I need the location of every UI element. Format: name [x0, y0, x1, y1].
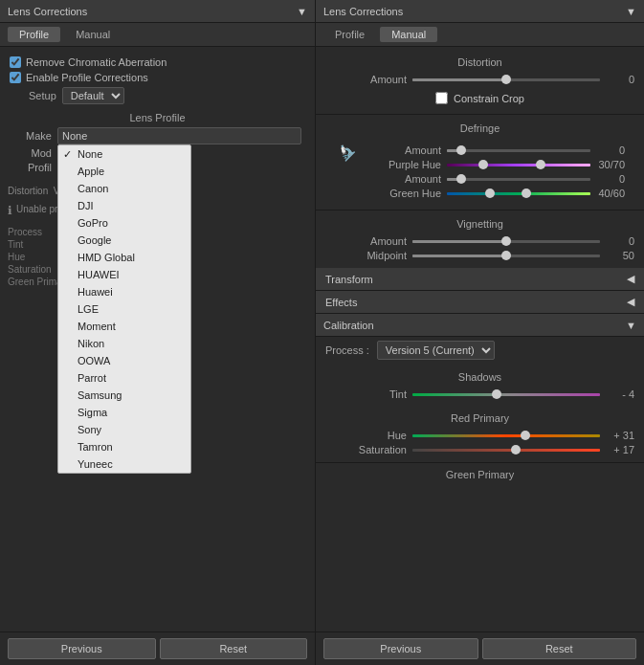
dropdown-item-apple[interactable]: Apple — [58, 163, 190, 180]
defringe-sliders: Amount 0 Purple Hue — [360, 142, 625, 202]
left-previous-button[interactable]: Previous — [8, 638, 156, 659]
dropdown-item-yuneec[interactable]: Yuneec — [58, 455, 190, 473]
shadows-tint-label: Tint — [325, 388, 407, 400]
defringe-layout: 🔬 Amount 0 — [325, 140, 634, 206]
defringe-eyedropper-icon: 🔬 — [335, 142, 354, 161]
dropdown-item-parrot[interactable]: Parrot — [58, 369, 190, 387]
red-saturation-slider[interactable] — [412, 449, 600, 452]
vignetting-section: Vignetting Amount 0 Midpoint — [316, 210, 644, 268]
left-reset-button[interactable]: Reset — [160, 638, 308, 659]
dropdown-item-hmd[interactable]: HMD Global — [58, 249, 190, 266]
process-select[interactable]: Version 5 (Current) — [377, 341, 495, 360]
right-tab-row: Profile Manual — [316, 23, 644, 47]
make-select-wrapper: None None Apple Canon DJI GoPro Google H… — [57, 127, 301, 144]
purple-hue-value: 30/70 — [596, 159, 625, 170]
dropdown-item-huawei[interactable]: Huawei — [58, 283, 190, 300]
right-panel: Lens Corrections ▼ Profile Manual Distor… — [316, 0, 644, 665]
red-hue-slider[interactable] — [412, 434, 600, 437]
dropdown-item-oowa[interactable]: OOWA — [58, 352, 190, 369]
red-primary-title: Red Primary — [325, 412, 634, 424]
vignetting-midpoint-label: Midpoint — [325, 250, 407, 261]
defringe-amount1-slider[interactable] — [447, 149, 590, 152]
red-primary-section: Red Primary Hue + 31 Saturation + 17 — [316, 407, 644, 462]
lens-profile-header: Lens Profile — [10, 112, 305, 123]
green-hue-row: Green Hue 40/60 — [360, 188, 625, 199]
defringe-amount1-label: Amount — [360, 144, 441, 156]
right-tab-profile[interactable]: Profile — [323, 27, 376, 42]
dropdown-item-nikon[interactable]: Nikon — [58, 335, 190, 352]
defringe-amount2-slider[interactable] — [447, 178, 590, 181]
dropdown-item-moment[interactable]: Moment — [58, 318, 190, 335]
left-bottom-buttons: Previous Reset — [0, 632, 315, 665]
effects-title: Effects — [325, 297, 357, 308]
dropdown-item-tamron[interactable]: Tamron — [58, 438, 190, 455]
constrain-crop-checkbox[interactable] — [435, 92, 448, 104]
right-scrollable: Distortion Amount 0 Constrain Crop Defri… — [316, 47, 644, 632]
remove-chromatic-row: Remove Chromatic Aberration — [10, 56, 305, 68]
dropdown-item-dji[interactable]: DJI — [58, 197, 190, 214]
shadows-section: Shadows Tint - 4 — [316, 364, 644, 407]
right-reset-button[interactable]: Reset — [482, 638, 637, 659]
dropdown-item-samsung[interactable]: Samsung — [58, 387, 190, 404]
make-row: Make None None Apple Canon DJI GoPro Goo… — [10, 127, 305, 144]
green-hue-value: 40/60 — [596, 188, 625, 199]
right-previous-button[interactable]: Previous — [323, 638, 478, 659]
dropdown-item-google[interactable]: Google — [58, 232, 190, 249]
transform-section-header: Transform ◀ — [316, 268, 644, 291]
dropdown-item-canon[interactable]: Canon — [58, 180, 190, 197]
red-hue-label: Hue — [325, 430, 407, 441]
process-label: Process : — [325, 344, 369, 356]
vignetting-amount-slider[interactable] — [412, 240, 600, 243]
defringe-section: Defringe 🔬 Amount 0 — [316, 114, 644, 210]
right-bottom-buttons: Previous Reset — [316, 632, 644, 665]
purple-hue-row: Purple Hue 30/70 — [360, 159, 625, 170]
green-hue-slider[interactable] — [447, 192, 590, 195]
right-panel-title: Lens Corrections — [323, 6, 403, 17]
red-saturation-label: Saturation — [325, 444, 407, 455]
remove-chromatic-checkbox[interactable] — [10, 56, 21, 68]
distortion-amount-label: Amount — [325, 74, 407, 85]
defringe-title: Defringe — [325, 122, 634, 134]
left-profile-section: Remove Chromatic Aberration Enable Profi… — [0, 47, 315, 182]
dropdown-item-lge[interactable]: LGE — [58, 300, 190, 318]
left-tab-row: Profile Manual — [0, 23, 315, 47]
setup-label: Setup — [29, 90, 56, 101]
remove-chromatic-label: Remove Chromatic Aberration — [26, 56, 167, 68]
dropdown-item-huawei-caps[interactable]: HUAWEI — [58, 266, 190, 283]
purple-hue-slider[interactable] — [447, 164, 590, 166]
constrain-crop-label: Constrain Crop — [454, 93, 524, 104]
dropdown-item-sony[interactable]: Sony — [58, 421, 190, 438]
setup-select[interactable]: Default — [62, 87, 124, 104]
effects-section-header: Effects ◀ — [316, 291, 644, 314]
make-select[interactable]: None — [57, 127, 301, 144]
defringe-amount1-value: 0 — [596, 144, 625, 156]
shadows-tint-value: - 4 — [606, 388, 634, 400]
enable-profile-checkbox[interactable] — [10, 72, 21, 83]
profile-label: Profil — [13, 162, 52, 173]
right-panel-arrow: ▼ — [626, 6, 636, 17]
green-hue-label: Green Hue — [360, 188, 441, 199]
red-saturation-value: + 17 — [606, 444, 634, 455]
vignetting-midpoint-row: Midpoint 50 — [325, 250, 634, 261]
model-label: Mod — [13, 147, 52, 159]
shadows-tint-slider[interactable] — [412, 393, 600, 396]
left-panel: Lens Corrections ▼ Profile Manual Remove… — [0, 0, 316, 665]
make-label: Make — [13, 130, 52, 142]
right-tab-manual[interactable]: Manual — [380, 27, 437, 42]
vignetting-midpoint-slider[interactable] — [412, 255, 600, 257]
left-panel-title: Lens Corrections — [8, 6, 87, 17]
distortion-amount-slider[interactable] — [412, 78, 600, 81]
left-tab-profile[interactable]: Profile — [8, 27, 60, 42]
effects-arrow: ◀ — [627, 296, 634, 308]
distortion-title: Distortion — [325, 56, 634, 68]
dropdown-item-gopro[interactable]: GoPro — [58, 214, 190, 232]
calibration-header: Calibration ▼ — [316, 314, 644, 337]
red-saturation-row: Saturation + 17 — [325, 444, 634, 455]
green-primary-title: Green Primary — [325, 469, 634, 480]
shadows-tint-row: Tint - 4 — [325, 388, 634, 400]
left-tab-manual[interactable]: Manual — [64, 27, 122, 42]
red-hue-value: + 31 — [606, 430, 634, 441]
calibration-arrow: ▼ — [626, 320, 636, 331]
dropdown-item-none[interactable]: None — [58, 145, 190, 163]
dropdown-item-sigma[interactable]: Sigma — [58, 404, 190, 421]
